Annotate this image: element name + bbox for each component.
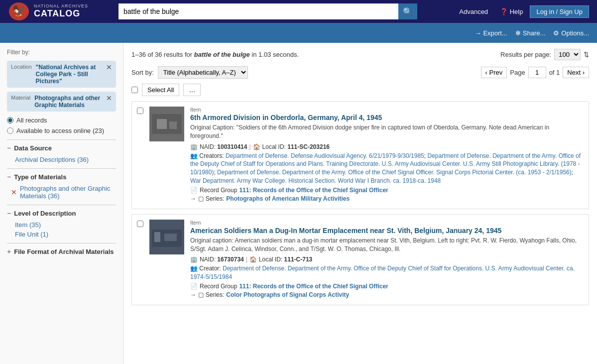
expand-file-format-icon: + [7, 247, 11, 255]
svg-rect-8 [154, 232, 160, 242]
select-all-button[interactable]: Select All [142, 84, 179, 96]
more-actions-button[interactable]: … [183, 84, 201, 96]
site-header: 🦅 NATIONAL ARCHIVES CATALOG 🔍 Advanced ❓… [0, 0, 597, 23]
file-unit-level-link[interactable]: File Unit (1) [15, 231, 48, 238]
result-caption-2: Original caption: American soldiers man … [190, 237, 584, 253]
prev-page-button[interactable]: ‹ Prev [481, 67, 507, 78]
result-item: Item 6th Armored Division in Oberdorla, … [131, 101, 589, 209]
of-label: of 1 [549, 69, 560, 76]
thumbnail-image-1 [149, 107, 184, 141]
svg-rect-5 [169, 121, 177, 129]
result-creators-2: 👥 Creator: Department of Defense. Depart… [190, 264, 584, 281]
file-format-section: + File Format of Archival Materials [7, 243, 116, 255]
result-checkbox-1[interactable] [137, 107, 143, 204]
svg-rect-9 [164, 234, 177, 241]
material-chip-label: Material [11, 95, 30, 101]
per-page-select[interactable]: 100 20 50 [554, 49, 581, 60]
location-chip-label: Location [11, 64, 32, 70]
result-item-2: Item American Soldiers Man a Dug-In Mort… [131, 214, 589, 305]
location-filter-chip: Location "National Archives at College P… [7, 61, 116, 88]
export-link[interactable]: → Export... [475, 29, 507, 37]
result-type-2: Item [190, 220, 584, 226]
remove-location-filter-button[interactable]: ✕ [106, 64, 112, 71]
select-all-checkbox[interactable] [131, 87, 138, 93]
naid-icon-2: 🏢 [190, 256, 198, 263]
result-title-2[interactable]: American Soldiers Man a Dug-In Mortar Em… [190, 227, 584, 235]
site-logo[interactable]: 🦅 NATIONAL ARCHIVES CATALOG [8, 1, 113, 21]
toolbar: → Export... ✻ Share... ⚙ Options... [0, 23, 597, 43]
advanced-link[interactable]: Advanced [454, 6, 493, 17]
all-records-label: All records [16, 117, 47, 124]
remove-photos-filter-button[interactable]: ✕ [11, 188, 17, 196]
archival-descriptions-link[interactable]: Archival Descriptions (36) [15, 156, 89, 163]
record-availability-group: All records Available to access online (… [7, 117, 116, 134]
data-source-header[interactable]: − Data Source [7, 144, 116, 152]
remove-material-filter-button[interactable]: ✕ [106, 95, 112, 102]
result-thumbnail-1 [149, 107, 184, 141]
search-button[interactable]: 🔍 [398, 3, 417, 19]
file-unit-option: File Unit (1) [7, 230, 116, 239]
rg-icon-2: 📄 [190, 283, 198, 290]
type-of-materials-section: − Type of Materials ✕ Photographs and ot… [7, 168, 116, 201]
share-link[interactable]: ✻ Share... [515, 29, 546, 37]
per-page-label: Results per page: [500, 51, 551, 58]
page-input[interactable] [528, 67, 546, 78]
results-meta: 1–36 of 36 results for battle of the bul… [131, 49, 589, 60]
select-all-bar: Select All … [131, 84, 589, 96]
series-icon-2: → [190, 291, 196, 298]
eagle-icon: 🦅 [8, 1, 30, 21]
sort-select[interactable]: Title (Alphabetically, A–Z) Date Relevan… [158, 66, 248, 79]
series-icon-1: → [190, 195, 196, 202]
collapse-level-icon: − [7, 209, 11, 217]
all-records-radio[interactable]: All records [7, 117, 116, 124]
sort-bar: Sort by: Title (Alphabetically, A–Z) Dat… [131, 66, 589, 79]
collapse-type-icon: − [7, 173, 11, 181]
next-page-button[interactable]: Next › [563, 67, 589, 78]
naid-icon-1: 🏢 [190, 143, 198, 150]
thumbnail-image-2 [149, 220, 184, 254]
local-id-icon-2: 🏠 [249, 256, 257, 263]
location-chip-value: "National Archives at College Park - Sti… [36, 64, 103, 85]
sort-label: Sort by: [131, 69, 154, 76]
file-format-title: File Format of Archival Materials [14, 248, 114, 255]
series-box-icon-1: ▢ [198, 195, 204, 202]
results-count: 1–36 of 36 results for battle of the bul… [131, 51, 299, 58]
result-type-1: Item [190, 107, 584, 113]
per-page-arrows: ⇅ [584, 51, 589, 58]
type-of-materials-title: Type of Materials [14, 173, 66, 181]
options-link[interactable]: ⚙ Options... [553, 29, 589, 37]
sidebar: Filter by: Location "National Archives a… [0, 43, 123, 364]
filter-by-label: Filter by: [7, 49, 116, 56]
help-link[interactable]: ❓ Help [495, 6, 528, 17]
level-of-description-section: − Level of Description Item (35) File Un… [7, 205, 116, 239]
search-query: battle of the bulge [194, 51, 250, 58]
archival-descriptions-option: Archival Descriptions (36) [7, 155, 116, 164]
local-id-icon-1: 🏠 [253, 143, 260, 150]
available-online-radio[interactable]: Available to access online (23) [7, 127, 116, 134]
level-of-description-header[interactable]: − Level of Description [7, 209, 116, 217]
item-level-link[interactable]: Item (35) [15, 221, 41, 229]
main-container: Filter by: Location "National Archives a… [0, 43, 597, 364]
search-bar: 🔍 [119, 3, 417, 19]
data-source-section: − Data Source Archival Descriptions (36) [7, 139, 116, 164]
level-of-description-title: Level of Description [14, 210, 76, 217]
logo-bottom-text: CATALOG [34, 9, 88, 19]
file-format-header[interactable]: + File Format of Archival Materials [7, 247, 116, 255]
sort-section: Sort by: Title (Alphabetically, A–Z) Dat… [131, 66, 248, 79]
header-nav: Advanced ❓ Help Log in / Sign Up [454, 5, 589, 18]
material-chip-value: Photographs and other Graphic Materials [34, 95, 103, 109]
collapse-icon: − [7, 144, 11, 152]
search-input[interactable] [119, 3, 398, 19]
result-title-1[interactable]: 6th Armored Division in Oberdorla, Germa… [190, 114, 584, 121]
result-record-group-2: 📄 Record Group 111: Records of the Offic… [190, 283, 584, 290]
type-of-materials-header[interactable]: − Type of Materials [7, 173, 116, 181]
item-option: Item (35) [7, 220, 116, 230]
signin-button[interactable]: Log in / Sign Up [530, 5, 589, 18]
results-per-page: Results per page: 100 20 50 ⇅ [500, 49, 589, 60]
svg-text:🦅: 🦅 [12, 4, 26, 17]
result-naid-2: 🏢 NAID: 16730734 | 🏠 Local ID: 111-C-713 [190, 256, 584, 263]
photos-graphic-link[interactable]: Photographs and other Graphic Materials … [20, 185, 116, 200]
result-caption-1: Original Caption: "Soldiers of the 6th A… [190, 123, 584, 140]
result-checkbox-2[interactable] [137, 220, 143, 300]
result-creators-1: 👥 Creators: Department of Defense. Defen… [190, 152, 584, 185]
